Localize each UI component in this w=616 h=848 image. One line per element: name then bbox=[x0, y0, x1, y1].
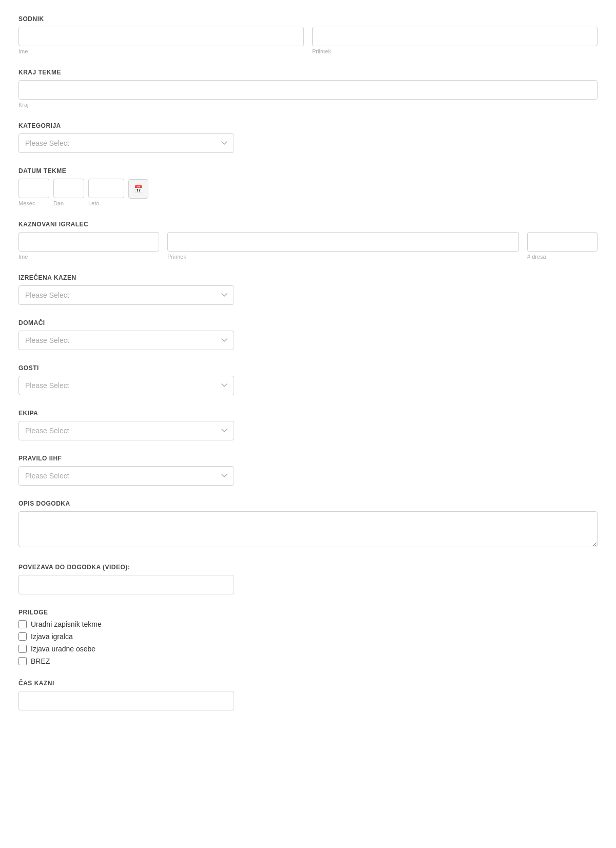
sodnik-section: SODNIK Ime Priimek bbox=[18, 15, 598, 54]
povezava-section: POVEZAVA DO DOGODKA (VIDEO): bbox=[18, 564, 598, 594]
checkbox-uradni-zapisnik[interactable]: Uradni zapisnik tekme bbox=[18, 620, 598, 628]
povezava-label: POVEZAVA DO DOGODKA (VIDEO): bbox=[18, 564, 598, 571]
checkbox-brez-label: BREZ bbox=[31, 657, 50, 665]
priloge-section: PRILOGE Uradni zapisnik tekme Izjava igr… bbox=[18, 609, 598, 665]
dan-group: Dan bbox=[53, 179, 84, 206]
kaznovani-priimek-input[interactable] bbox=[167, 232, 519, 252]
kaznovani-dres-label: # dresa bbox=[527, 254, 598, 260]
checkbox-izjava-igralca[interactable]: Izjava igralca bbox=[18, 632, 598, 641]
sodnik-fields: Ime Priimek bbox=[18, 27, 598, 54]
ekipa-label: EKIPA bbox=[18, 410, 598, 417]
kategorija-select[interactable]: Please Select bbox=[18, 133, 234, 153]
domaci-label: DOMAČI bbox=[18, 319, 598, 326]
kraj-tekme-label: KRAJ TEKME bbox=[18, 69, 598, 76]
kaznovani-igralec-label: KAZNOVANI IGRALEC bbox=[18, 221, 598, 228]
checkbox-izjava-uradne-osebe-input[interactable] bbox=[18, 645, 27, 653]
cas-kazni-label: ČAS KAZNI bbox=[18, 680, 598, 687]
checkbox-brez-input[interactable] bbox=[18, 657, 27, 665]
dan-label: Dan bbox=[53, 200, 84, 206]
kaznovani-ime-input[interactable] bbox=[18, 232, 159, 252]
pravilo-iihf-label: PRAVILO IIHF bbox=[18, 455, 598, 462]
priloge-label: PRILOGE bbox=[18, 609, 598, 616]
kraj-tekme-section: KRAJ TEKME Kraj bbox=[18, 69, 598, 108]
checkbox-uradni-zapisnik-label: Uradni zapisnik tekme bbox=[31, 620, 102, 628]
kaznovani-dres-group: # dresa bbox=[527, 232, 598, 260]
opis-dogodka-section: OPIS DOGODKA bbox=[18, 500, 598, 549]
kraj-tekme-input[interactable] bbox=[18, 80, 598, 100]
kaznovani-dres-input[interactable] bbox=[527, 232, 598, 252]
sodnik-ime-input[interactable] bbox=[18, 27, 304, 46]
sodnik-ime-label: Ime bbox=[18, 48, 304, 54]
kraj-tekme-group: Kraj bbox=[18, 80, 598, 108]
gosti-label: GOSTI bbox=[18, 364, 598, 372]
kaznovani-priimek-group: Priimek bbox=[167, 232, 519, 260]
kaznovani-ime-label: Ime bbox=[18, 254, 159, 260]
opis-dogodka-textarea[interactable] bbox=[18, 511, 598, 547]
leto-input[interactable] bbox=[88, 179, 124, 198]
kategorija-section: KATEGORIJA Please Select bbox=[18, 122, 598, 153]
checkbox-izjava-uradne-osebe[interactable]: Izjava uradne osebe bbox=[18, 645, 598, 653]
pravilo-iihf-select[interactable]: Please Select bbox=[18, 466, 234, 486]
mesec-label: Mesec bbox=[18, 200, 49, 206]
izrecena-kazen-select[interactable]: Please Select bbox=[18, 285, 234, 305]
cas-kazni-section: ČAS KAZNI bbox=[18, 680, 598, 710]
priloge-checkbox-group: Uradni zapisnik tekme Izjava igralca Izj… bbox=[18, 620, 598, 665]
calendar-icon: 📅 bbox=[134, 185, 143, 193]
checkbox-brez[interactable]: BREZ bbox=[18, 657, 598, 665]
cas-kazni-input[interactable] bbox=[18, 691, 234, 710]
dan-input[interactable] bbox=[53, 179, 84, 198]
ekipa-section: EKIPA Please Select bbox=[18, 410, 598, 440]
sodnik-priimek-label: Priimek bbox=[312, 48, 598, 54]
checkbox-izjava-igralca-input[interactable] bbox=[18, 632, 27, 641]
domaci-section: DOMAČI Please Select bbox=[18, 319, 598, 350]
calendar-button[interactable]: 📅 bbox=[128, 179, 148, 199]
datum-tekme-section: DATUM TEKME Mesec Dan Leto 📅 bbox=[18, 167, 598, 206]
povezava-input[interactable] bbox=[18, 575, 234, 594]
kaznovani-priimek-label: Priimek bbox=[167, 254, 519, 260]
checkbox-uradni-zapisnik-input[interactable] bbox=[18, 620, 27, 628]
sodnik-ime-group: Ime bbox=[18, 27, 304, 54]
gosti-select[interactable]: Please Select bbox=[18, 376, 234, 395]
leto-group: Leto bbox=[88, 179, 124, 206]
povezava-group bbox=[18, 575, 234, 594]
checkbox-izjava-igralca-label: Izjava igralca bbox=[31, 632, 73, 641]
leto-label: Leto bbox=[88, 200, 124, 206]
pravilo-iihf-section: PRAVILO IIHF Please Select bbox=[18, 455, 598, 486]
opis-dogodka-label: OPIS DOGODKA bbox=[18, 500, 598, 507]
kaznovani-ime-group: Ime bbox=[18, 232, 159, 260]
cas-kazni-group bbox=[18, 691, 234, 710]
izrecena-kazen-label: IZREČENA KAZEN bbox=[18, 274, 598, 281]
kategorija-label: KATEGORIJA bbox=[18, 122, 598, 129]
mesec-group: Mesec bbox=[18, 179, 49, 206]
sodnik-priimek-group: Priimek bbox=[312, 27, 598, 54]
checkbox-izjava-uradne-osebe-label: Izjava uradne osebe bbox=[31, 645, 95, 653]
datum-tekme-label: DATUM TEKME bbox=[18, 167, 598, 175]
kaznovani-igralec-section: KAZNOVANI IGRALEC Ime Priimek # dresa bbox=[18, 221, 598, 260]
izrecena-kazen-section: IZREČENA KAZEN Please Select bbox=[18, 274, 598, 305]
kaznovani-igralec-fields: Ime Priimek # dresa bbox=[18, 232, 598, 260]
gosti-section: GOSTI Please Select bbox=[18, 364, 598, 395]
sodnik-label: SODNIK bbox=[18, 15, 598, 23]
mesec-input[interactable] bbox=[18, 179, 49, 198]
domaci-select[interactable]: Please Select bbox=[18, 331, 234, 350]
kraj-label: Kraj bbox=[18, 102, 598, 108]
datum-tekme-fields: Mesec Dan Leto 📅 bbox=[18, 179, 598, 206]
ekipa-select[interactable]: Please Select bbox=[18, 421, 234, 440]
sodnik-priimek-input[interactable] bbox=[312, 27, 598, 46]
